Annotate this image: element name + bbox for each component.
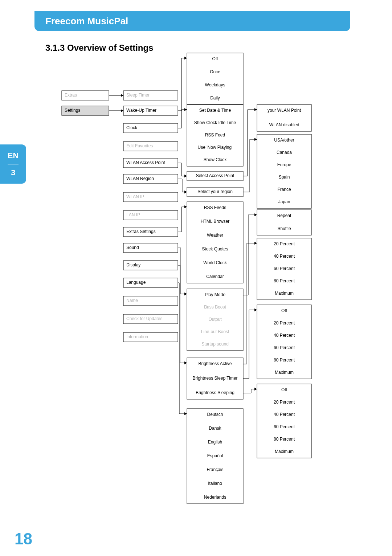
svg-marker-35 — [121, 94, 123, 97]
svg-text:WLAN Access Point: WLAN Access Point — [126, 160, 165, 165]
svg-text:Brightness Sleeping: Brightness Sleeping — [196, 390, 234, 395]
svg-text:your WLAN Point: your WLAN Point — [268, 108, 301, 113]
svg-text:Select your region: Select your region — [197, 189, 233, 194]
svg-text:World Clock: World Clock — [203, 260, 227, 265]
svg-text:Weekdays: Weekdays — [205, 82, 225, 87]
svg-marker-144 — [254, 242, 257, 245]
svg-marker-62 — [184, 175, 187, 177]
svg-marker-46 — [184, 57, 187, 60]
svg-text:Calendar: Calendar — [206, 274, 224, 279]
svg-text:Settings: Settings — [65, 108, 80, 113]
svg-text:RSS Feed: RSS Feed — [205, 132, 225, 138]
svg-text:Off: Off — [281, 387, 287, 392]
svg-text:Sleep Timer: Sleep Timer — [126, 93, 150, 98]
svg-marker-127 — [254, 138, 257, 141]
svg-text:Name: Name — [126, 298, 138, 303]
svg-text:80 Percent: 80 Percent — [274, 278, 295, 283]
svg-text:Nederlands: Nederlands — [204, 495, 226, 500]
svg-text:France: France — [277, 187, 291, 192]
svg-text:Output: Output — [208, 317, 222, 322]
svg-text:Display: Display — [126, 262, 140, 267]
svg-text:Language: Language — [126, 280, 146, 285]
svg-text:USA/other: USA/other — [274, 138, 294, 143]
svg-marker-97 — [184, 361, 187, 364]
svg-text:LAN IP: LAN IP — [126, 212, 140, 217]
svg-text:HTML Browser: HTML Browser — [201, 219, 230, 224]
svg-text:Europe: Europe — [277, 162, 291, 167]
svg-text:RSS Feeds: RSS Feeds — [204, 205, 226, 210]
svg-text:40 Percent: 40 Percent — [274, 254, 295, 259]
svg-text:60 Percent: 60 Percent — [274, 424, 295, 429]
svg-rect-162 — [257, 384, 311, 458]
svg-text:Wake-Up Timer: Wake-Up Timer — [126, 108, 156, 113]
svg-text:40 Percent: 40 Percent — [274, 412, 295, 417]
svg-marker-89 — [184, 293, 187, 295]
svg-text:Startup sound: Startup sound — [201, 342, 229, 347]
svg-text:20 Percent: 20 Percent — [274, 320, 295, 326]
svg-text:Maximum: Maximum — [275, 370, 294, 375]
svg-marker-79 — [184, 205, 187, 208]
settings-diagram: ExtrasSettingsSleep TimerWake-Up TimerCl… — [0, 0, 392, 556]
svg-marker-56 — [184, 108, 187, 111]
svg-marker-68 — [184, 191, 187, 193]
svg-marker-166 — [254, 388, 257, 391]
svg-text:60 Percent: 60 Percent — [274, 345, 295, 350]
svg-text:Line-out Boost: Line-out Boost — [201, 329, 229, 334]
svg-text:Maximum: Maximum — [275, 449, 294, 454]
svg-rect-75 — [187, 202, 243, 283]
svg-text:Daily: Daily — [210, 95, 220, 101]
svg-text:Set Date & Time: Set Date & Time — [199, 108, 231, 113]
svg-text:Extras: Extras — [65, 93, 77, 98]
svg-text:Canada: Canada — [277, 150, 292, 155]
svg-text:Weather: Weather — [207, 233, 223, 238]
svg-text:Sound: Sound — [126, 245, 139, 250]
svg-text:Japan: Japan — [278, 199, 290, 204]
svg-marker-37 — [121, 109, 123, 112]
svg-text:Clock: Clock — [126, 125, 138, 130]
svg-text:WLAN IP: WLAN IP — [126, 194, 144, 199]
svg-rect-123 — [257, 134, 311, 208]
svg-text:Bass Boost: Bass Boost — [204, 304, 226, 310]
svg-text:Off: Off — [281, 308, 287, 313]
svg-text:Maximum: Maximum — [275, 291, 294, 296]
svg-text:Show Clock: Show Clock — [204, 157, 227, 162]
svg-marker-155 — [254, 308, 257, 311]
svg-text:80 Percent: 80 Percent — [274, 437, 295, 442]
svg-text:Extras Settings: Extras Settings — [126, 229, 156, 234]
svg-text:60 Percent: 60 Percent — [274, 266, 295, 271]
svg-text:Play Mode: Play Mode — [205, 292, 225, 297]
svg-marker-134 — [254, 213, 257, 216]
svg-text:Stock Quotes: Stock Quotes — [202, 246, 228, 252]
svg-text:Edit Favorites: Edit Favorites — [126, 143, 153, 148]
svg-text:Français: Français — [207, 467, 223, 472]
svg-text:Off: Off — [212, 56, 218, 61]
svg-text:WLAN Region: WLAN Region — [126, 176, 154, 181]
svg-text:WLAN disabled: WLAN disabled — [269, 122, 299, 127]
svg-text:Deutsch: Deutsch — [207, 412, 223, 417]
svg-text:20 Percent: 20 Percent — [274, 241, 295, 246]
svg-text:Español: Español — [207, 453, 223, 458]
svg-rect-151 — [257, 305, 311, 379]
svg-text:Italiano: Italiano — [208, 481, 222, 486]
svg-text:Check for Updates: Check for Updates — [126, 316, 162, 321]
svg-text:English: English — [208, 440, 222, 445]
svg-text:Spain: Spain — [279, 175, 290, 180]
svg-text:Show Clock Idle Time: Show Clock Idle Time — [194, 120, 236, 125]
svg-text:Brightness Active: Brightness Active — [198, 361, 232, 366]
svg-text:Repeat: Repeat — [277, 213, 291, 218]
svg-text:80 Percent: 80 Percent — [274, 357, 295, 363]
svg-text:Use 'Now Playing': Use 'Now Playing' — [198, 145, 233, 150]
svg-text:Dansk: Dansk — [209, 426, 221, 431]
svg-text:40 Percent: 40 Percent — [274, 333, 295, 338]
svg-text:20 Percent: 20 Percent — [274, 400, 295, 405]
svg-text:Shuffle: Shuffle — [277, 226, 291, 231]
svg-marker-116 — [254, 108, 257, 111]
svg-text:Select Access Point: Select Access Point — [196, 173, 234, 178]
svg-text:Brightness Sleep Timer: Brightness Sleep Timer — [192, 376, 237, 381]
svg-marker-109 — [184, 412, 187, 415]
svg-text:Information: Information — [126, 334, 148, 339]
svg-text:Once: Once — [210, 69, 220, 74]
